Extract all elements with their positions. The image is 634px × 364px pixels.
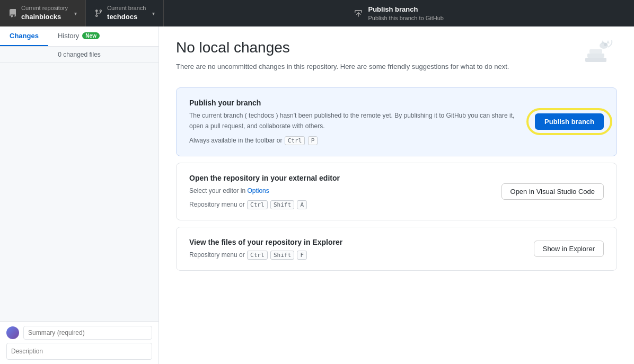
- branch-chevron-icon: ▾: [152, 11, 155, 16]
- open-editor-shift: Shift: [270, 200, 294, 209]
- tab-history[interactable]: History New: [48, 26, 109, 46]
- repo-info: Current repository chainblocks: [21, 5, 68, 21]
- current-repo-section[interactable]: Current repository chainblocks ▾: [0, 0, 86, 26]
- tab-changes-label: Changes: [10, 32, 39, 40]
- open-editor-ctrl: Ctrl: [247, 200, 268, 209]
- changed-files-bar: 0 changed files: [0, 47, 158, 63]
- illustration: [575, 34, 617, 78]
- tab-changes[interactable]: Changes: [0, 26, 48, 46]
- open-vscode-button[interactable]: Open in Visual Studio Code: [501, 183, 604, 200]
- publish-shortcut: Always available in the toolbar or Ctrl …: [189, 136, 524, 145]
- publish-branch-button-wrapper: Publish branch: [535, 113, 604, 130]
- current-branch-label: Current branch: [107, 5, 146, 12]
- description-input[interactable]: [6, 343, 152, 360]
- show-explorer-shift: Shift: [270, 251, 294, 260]
- repo-icon: [8, 9, 17, 17]
- sidebar-content: [0, 63, 158, 321]
- svg-marker-6: [606, 40, 610, 43]
- show-explorer-f: F: [297, 251, 307, 260]
- main-content: No local changes There are no uncommitte…: [159, 26, 634, 364]
- open-editor-desc: Select your editor in Options: [189, 185, 491, 196]
- publish-icon: [354, 9, 363, 17]
- repo-chevron-icon: ▾: [74, 11, 77, 16]
- open-editor-desc-before: Select your editor in: [189, 187, 245, 194]
- branch-info: Current branch techdocs: [107, 5, 146, 21]
- branch-icon: [94, 9, 103, 17]
- show-explorer-info: View the files of your repository in Exp…: [189, 238, 523, 260]
- changed-files-count: 0 changed files: [58, 51, 101, 58]
- commit-row: [6, 326, 152, 340]
- open-editor-a: A: [297, 200, 307, 209]
- sidebar-bottom: [0, 321, 158, 364]
- publish-branch-card-title: Publish your branch: [189, 99, 524, 107]
- avatar: [6, 326, 19, 339]
- show-explorer-button[interactable]: Show in Explorer: [534, 241, 604, 257]
- open-editor-info: Open the repository in your external edi…: [189, 174, 491, 209]
- main-layout: Changes History New 0 changed files No l…: [0, 26, 634, 364]
- publish-desc-branch: techdocs: [247, 112, 276, 119]
- illustration-svg: [575, 34, 617, 76]
- publish-shortcut-p: P: [308, 136, 318, 145]
- publish-branch-main-label: Publish branch: [368, 5, 443, 14]
- no-changes-desc: There are no uncommitted changes in this…: [176, 61, 536, 73]
- show-explorer-card: View the files of your repository in Exp…: [176, 227, 617, 271]
- svg-rect-0: [585, 58, 606, 62]
- sidebar: Changes History New 0 changed files: [0, 26, 159, 364]
- open-editor-shortcut-prefix: Repository menu or: [189, 201, 245, 208]
- publish-branch-toolbar[interactable]: Publish branch Publish this branch to Gi…: [164, 0, 634, 26]
- options-link[interactable]: Options: [247, 187, 269, 194]
- summary-input[interactable]: [23, 326, 152, 340]
- show-explorer-shortcut: Repository menu or Ctrl Shift F: [189, 251, 523, 260]
- history-new-badge: New: [82, 32, 100, 39]
- sidebar-tabs: Changes History New: [0, 26, 158, 47]
- svg-rect-2: [589, 49, 602, 54]
- publish-shortcut-ctrl: Ctrl: [285, 136, 305, 145]
- toolbar: Current repository chainblocks ▾ Current…: [0, 0, 634, 26]
- svg-rect-1: [587, 54, 604, 58]
- open-editor-card: Open the repository in your external edi…: [176, 163, 617, 220]
- svg-marker-5: [601, 40, 604, 43]
- avatar-image: [6, 326, 19, 339]
- publish-desc-before: The current branch (: [189, 112, 247, 119]
- show-explorer-ctrl: Ctrl: [247, 251, 268, 260]
- current-repo-label: Current repository: [21, 5, 68, 12]
- publish-shortcut-prefix: Always available in the toolbar or: [189, 137, 282, 144]
- publish-branch-card-desc: The current branch ( techdocs ) hasn't b…: [189, 110, 524, 132]
- repo-name: chainblocks: [21, 12, 68, 22]
- branch-name: techdocs: [107, 12, 146, 22]
- publish-branch-card: Publish your branch The current branch (…: [176, 87, 617, 156]
- publish-branch-button[interactable]: Publish branch: [535, 113, 604, 130]
- publish-branch-sub-label: Publish this branch to GitHub: [368, 15, 443, 22]
- show-explorer-title: View the files of your repository in Exp…: [189, 238, 523, 246]
- open-editor-title: Open the repository in your external edi…: [189, 174, 491, 182]
- open-editor-shortcut: Repository menu or Ctrl Shift A: [189, 200, 491, 209]
- current-branch-section[interactable]: Current branch techdocs ▾: [86, 0, 164, 26]
- publish-branch-info-card: Publish your branch The current branch (…: [189, 99, 524, 145]
- tab-history-label: History: [58, 32, 79, 40]
- no-changes-title: No local changes: [176, 39, 617, 56]
- no-changes-header: No local changes There are no uncommitte…: [176, 39, 617, 73]
- publish-branch-info: Publish branch Publish this branch to Gi…: [368, 5, 443, 21]
- show-explorer-shortcut-prefix: Repository menu or: [189, 251, 245, 259]
